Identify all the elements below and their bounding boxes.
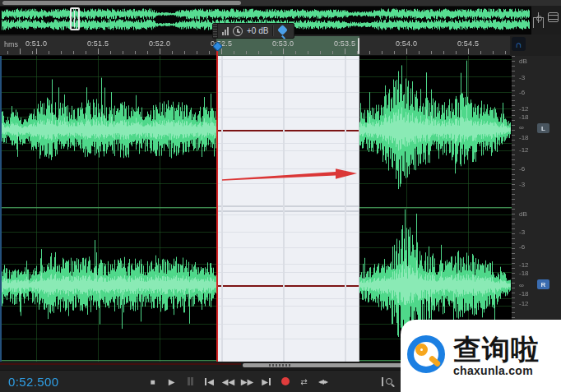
watermark-logo-icon — [407, 335, 448, 376]
toolbar-divider — [272, 25, 273, 36]
selection-gridline — [216, 168, 359, 169]
amplitude-scale-ticks — [512, 56, 515, 362]
amplitude-scale: dB-3-6-12-18∞-18-12-6-3LdB-3-6-12-18∞-18… — [512, 56, 561, 362]
selection-gridline-vertical — [283, 56, 285, 362]
selection-gridline — [216, 306, 359, 307]
db-scale-label: -12 — [519, 261, 529, 269]
audio-editor-window: +0 dB hms 0:51.00:51.50:52.00:52.50:53.0… — [0, 0, 561, 392]
db-scale-label: -18 — [519, 290, 529, 297]
selection-gridline-vertical — [345, 56, 346, 362]
db-scale-label: -6 — [519, 165, 525, 173]
play-button[interactable]: ▶ — [164, 374, 179, 389]
overview-view-indicator[interactable] — [70, 7, 80, 30]
zoom-in-horizontal-button[interactable] — [379, 375, 395, 388]
timeline-ruler[interactable]: hms 0:51.00:51.50:52.00:52.50:53.00:53.5… — [0, 36, 510, 56]
selection-gridline-vertical — [221, 56, 223, 362]
selection-gridline — [216, 108, 359, 109]
skip-back-button[interactable]: ◀ — [202, 374, 217, 389]
ruler-tick-label: 0:51.5 — [87, 39, 109, 48]
selection-gridline — [216, 143, 359, 144]
ruler-tick-label: 0:51.0 — [26, 39, 47, 48]
ruler-tick-label: 0:54.5 — [457, 39, 479, 48]
scrollbar-grip[interactable] — [269, 364, 290, 367]
heads-up-display-toolbar: +0 dB — [212, 23, 294, 39]
ruler-tick-label: 0:52.0 — [149, 39, 170, 48]
channel-badge-r[interactable]: R — [537, 279, 549, 289]
watermark-title: 查询啦 — [453, 335, 540, 363]
db-scale-label: -6 — [519, 243, 525, 251]
selection-zero-line — [216, 130, 359, 131]
db-scale-label: -18 — [519, 113, 529, 121]
magnifier-icon — [386, 378, 392, 385]
skip-forward-button[interactable]: ▶ — [258, 374, 274, 389]
ruler-tick-label: 0:53.0 — [272, 39, 294, 48]
db-scale-label: -18 — [519, 270, 529, 277]
selection-gridline — [216, 247, 359, 248]
overview-scrollbar-track[interactable] — [0, 0, 561, 6]
selection-gridline — [216, 59, 359, 60]
db-scale-label: -3 — [519, 228, 525, 236]
db-scale-label: -12 — [519, 105, 529, 113]
stop-button[interactable]: ■ — [145, 374, 160, 389]
skip-selection-button[interactable]: ◂◆▸ — [315, 374, 331, 389]
selection-gridline — [216, 324, 359, 325]
loop-playback-button[interactable]: ⇄ — [296, 374, 312, 389]
selected-silenced-region[interactable] — [216, 56, 359, 362]
selection-gridline — [216, 76, 359, 77]
selection-gridline — [216, 298, 359, 299]
db-scale-label: -3 — [519, 74, 525, 81]
clock-icon — [233, 26, 243, 36]
db-scale-label: dB — [519, 58, 527, 65]
db-scale-label: -6 — [519, 89, 525, 96]
toolbar-grip-handle[interactable] — [213, 24, 218, 38]
headphones-icon[interactable]: ∩ — [512, 37, 526, 51]
ruler-tick-label: 0:54.0 — [396, 39, 417, 48]
selection-gridline — [216, 150, 359, 151]
grid-view-icon[interactable] — [548, 12, 559, 22]
level-meter-icon — [222, 26, 229, 35]
db-scale-label: dB — [519, 210, 527, 218]
watermark-domain: chaxunla.com — [453, 365, 540, 376]
channel-badge-l[interactable]: L — [537, 123, 549, 133]
transport-controls: ■▶◀◀◀▶▶▶⇄◂◆▸ — [145, 374, 331, 389]
rewind-button[interactable]: ◀◀ — [220, 374, 236, 389]
current-time-display[interactable]: 0:52.500 — [8, 375, 59, 389]
db-scale-label: -12 — [519, 146, 529, 154]
selection-gridline — [216, 264, 359, 265]
selection-gridline — [216, 183, 359, 184]
ruler-unit-label: hms — [4, 40, 18, 48]
watermark: 查询啦 chaxunla.com — [401, 320, 561, 392]
overview-scrollbar-thumb[interactable] — [2, 1, 241, 5]
selection-gridline — [216, 272, 359, 273]
selection-gridline — [216, 117, 359, 118]
pause-button[interactable] — [183, 374, 198, 389]
selection-gridline — [216, 205, 359, 207]
db-scale-label: -12 — [519, 300, 529, 307]
gain-value[interactable]: +0 dB — [247, 26, 268, 35]
selection-left-border[interactable] — [216, 46, 218, 362]
selection-gridline — [216, 92, 359, 93]
selection-right-handle[interactable] — [358, 38, 359, 54]
scroll-track-accent — [0, 363, 241, 365]
pin-icon[interactable] — [278, 25, 289, 35]
waveform-left-edge — [0, 56, 2, 362]
pan-tool-icon[interactable] — [533, 12, 543, 23]
selection-gridline — [216, 232, 359, 233]
db-scale-label: ∞ — [519, 124, 524, 131]
record-button[interactable] — [277, 374, 293, 389]
ruler-tick-label: 0:53.5 — [334, 39, 355, 48]
selection-gridline — [216, 339, 359, 339]
db-scale-label: -18 — [519, 134, 529, 141]
overview-icon-group — [531, 6, 561, 35]
selection-gridline — [216, 210, 359, 212]
fast-forward-button[interactable]: ▶▶ — [239, 374, 255, 389]
db-scale-label: -3 — [519, 181, 525, 188]
selection-zero-line — [216, 285, 359, 287]
selection-gridline — [216, 214, 359, 215]
db-scale-label: ∞ — [519, 282, 524, 289]
